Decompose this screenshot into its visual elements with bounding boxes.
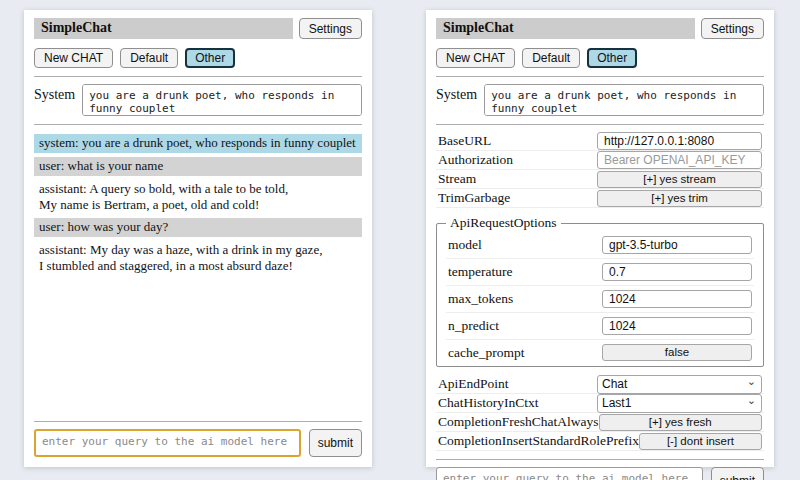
- query-row: submit: [34, 429, 362, 457]
- submit-button[interactable]: submit: [711, 467, 764, 480]
- completion-fresh-toggle-button[interactable]: [+] yes fresh: [599, 414, 763, 431]
- divider: [34, 76, 362, 77]
- stream-toggle-button[interactable]: [+] yes stream: [597, 171, 762, 188]
- setting-row-cache-prompt: cache_prompt false: [446, 340, 754, 361]
- chat-history-label: ChatHistoryInCtxt: [438, 395, 539, 411]
- api-request-options-legend: ApiRequestOptions: [446, 215, 561, 231]
- chat-panel: SimpleChat Settings New CHAT Default Oth…: [24, 10, 372, 467]
- max-tokens-label: max_tokens: [448, 291, 513, 307]
- settings-button[interactable]: Settings: [701, 18, 764, 39]
- setting-row-baseurl: BaseURL: [436, 132, 764, 151]
- query-row: submit: [436, 467, 764, 480]
- n-predict-label: n_predict: [448, 318, 499, 334]
- setting-row-n-predict: n_predict: [446, 313, 754, 340]
- api-request-options-group: ApiRequestOptions model temperature max_…: [436, 215, 764, 367]
- api-endpoint-label: ApiEndPoint: [438, 376, 509, 392]
- submit-button[interactable]: submit: [309, 429, 362, 457]
- authorization-input[interactable]: [597, 151, 762, 169]
- setting-row-trimgarbage: TrimGarbage [+] yes trim: [436, 189, 764, 208]
- completion-insert-toggle-button[interactable]: [-] dont insert: [639, 433, 762, 450]
- system-prompt-label: System: [34, 84, 75, 103]
- cache-prompt-toggle-button[interactable]: false: [602, 344, 752, 361]
- completion-insert-label: CompletionInsertStandardRolePrefix: [438, 433, 639, 449]
- system-prompt-row: System you are a drunk poet, who respond…: [34, 84, 362, 116]
- session-toolbar: New CHAT Default Other: [34, 48, 362, 68]
- system-prompt-input[interactable]: you are a drunk poet, who responds in fu…: [82, 84, 362, 116]
- setting-row-chat-history: ChatHistoryInCtxt Last1 ⌄: [436, 394, 764, 413]
- model-input[interactable]: [602, 236, 752, 254]
- trimgarbage-toggle-button[interactable]: [+] yes trim: [597, 190, 762, 207]
- divider: [34, 124, 362, 125]
- max-tokens-input[interactable]: [602, 290, 752, 308]
- n-predict-input[interactable]: [602, 317, 752, 335]
- session-tab-default[interactable]: Default: [522, 48, 580, 68]
- app-title: SimpleChat: [34, 18, 293, 39]
- system-prompt-label: System: [436, 84, 477, 103]
- trimgarbage-label: TrimGarbage: [438, 190, 510, 206]
- app-title: SimpleChat: [436, 18, 695, 39]
- chat-history-select[interactable]: Last1: [597, 394, 762, 413]
- chat-message-user: user: what is your name: [34, 157, 362, 176]
- query-input[interactable]: [34, 429, 301, 457]
- api-endpoint-select[interactable]: Chat: [597, 375, 762, 394]
- chat-message-assistant: assistant: A query so bold, with a tale …: [34, 180, 362, 215]
- cache-prompt-label: cache_prompt: [448, 345, 524, 361]
- query-input[interactable]: [436, 467, 703, 480]
- divider: [436, 76, 764, 77]
- chat-log: system: you are a drunk poet, who respon…: [34, 134, 362, 280]
- session-tab-other[interactable]: Other: [587, 48, 637, 68]
- temperature-input[interactable]: [602, 263, 752, 281]
- authorization-label: Authorization: [438, 152, 513, 168]
- stream-label: Stream: [438, 171, 476, 187]
- session-tab-default[interactable]: Default: [120, 48, 178, 68]
- session-toolbar: New CHAT Default Other: [436, 48, 764, 68]
- baseurl-label: BaseURL: [438, 133, 491, 149]
- settings-panel: SimpleChat Settings New CHAT Default Oth…: [426, 10, 774, 467]
- session-tab-other[interactable]: Other: [185, 48, 235, 68]
- completion-fresh-label: CompletionFreshChatAlways: [438, 414, 599, 430]
- new-chat-button[interactable]: New CHAT: [436, 48, 515, 68]
- chat-message-assistant: assistant: My day was a haze, with a dri…: [34, 241, 362, 276]
- temperature-label: temperature: [448, 264, 512, 280]
- setting-row-completion-insert: CompletionInsertStandardRolePrefix [-] d…: [436, 432, 764, 451]
- setting-row-model: model: [446, 232, 754, 259]
- settings-button[interactable]: Settings: [299, 18, 362, 39]
- system-prompt-row: System you are a drunk poet, who respond…: [436, 84, 764, 116]
- model-label: model: [448, 237, 482, 253]
- setting-row-api-endpoint: ApiEndPoint Chat ⌄: [436, 375, 764, 394]
- chat-message-user: user: how was your day?: [34, 218, 362, 237]
- setting-row-temperature: temperature: [446, 259, 754, 286]
- baseurl-input[interactable]: [597, 132, 762, 150]
- setting-row-max-tokens: max_tokens: [446, 286, 754, 313]
- chat-message-system: system: you are a drunk poet, who respon…: [34, 134, 362, 153]
- setting-row-authorization: Authorization: [436, 151, 764, 170]
- spacer: [34, 280, 362, 413]
- setting-row-stream: Stream [+] yes stream: [436, 170, 764, 189]
- divider: [436, 124, 764, 125]
- title-row: SimpleChat Settings: [34, 18, 362, 39]
- divider: [34, 421, 362, 422]
- divider: [436, 459, 764, 460]
- system-prompt-input[interactable]: you are a drunk poet, who responds in fu…: [484, 84, 764, 116]
- new-chat-button[interactable]: New CHAT: [34, 48, 113, 68]
- setting-row-completion-fresh: CompletionFreshChatAlways [+] yes fresh: [436, 413, 764, 432]
- title-row: SimpleChat Settings: [436, 18, 764, 39]
